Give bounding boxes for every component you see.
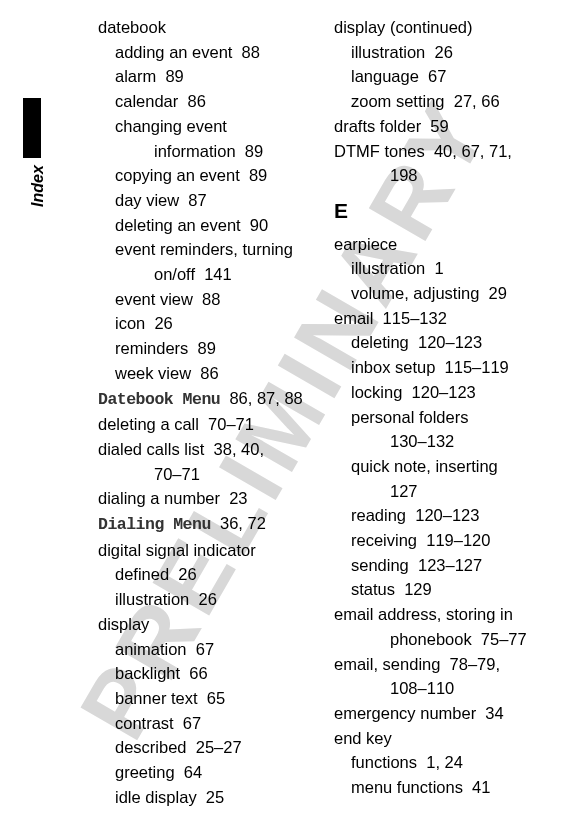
entry-earpiece: earpiece [334,232,550,257]
entry-datebook-reminders: reminders 89 [115,336,314,361]
entry-display: display [98,612,314,637]
entry-display-described: described 25–27 [115,735,314,760]
side-label-index: Index [29,165,47,207]
entry-datebook-copy: copying an event 89 [115,163,314,188]
entry-dtmf2: 198 [390,163,550,188]
entry-digital-signal: digital signal indicator [98,538,314,563]
entry-display-greeting: greeting 64 [115,760,314,785]
entry-earpiece-volume: volume, adjusting 29 [351,281,550,306]
entry-email-addr2: phonebook 75–77 [390,627,550,652]
entry-email-inbox: inbox setup 115–119 [351,355,550,380]
entry-dtmf1: DTMF tones 40, 67, 71, [334,139,550,164]
entry-display-animation: animation 67 [115,637,314,662]
entry-email-reading: reading 120–123 [351,503,550,528]
entry-digital-defined: defined 26 [115,562,314,587]
entry-datebook-changing2: information 89 [154,139,314,164]
entry-email-send2: 108–110 [390,676,550,701]
entry-dialing-number: dialing a number 23 [98,486,314,511]
index-columns: datebook adding an event 88 alarm 89 cal… [98,15,550,810]
entry-datebook-rem-on2: on/off 141 [154,262,314,287]
column-left: datebook adding an event 88 alarm 89 cal… [98,15,314,810]
entry-drafts-folder: drafts folder 59 [334,114,550,139]
entry-display-illustration: illustration 26 [351,40,550,65]
entry-datebook-delete: deleting an event 90 [115,213,314,238]
entry-email-quick2: 127 [390,479,550,504]
section-letter-e: E [334,199,550,224]
entry-datebook-rem-on1: event reminders, turning [115,237,314,262]
entry-display-language: language 67 [351,64,550,89]
entry-email: email 115–132 [334,306,550,331]
entry-datebook-icon: icon 26 [115,311,314,336]
entry-end-functions: functions 1, 24 [351,750,550,775]
entry-display-backlight: backlight 66 [115,661,314,686]
entry-email-locking: locking 120–123 [351,380,550,405]
entry-end-key: end key [334,726,550,751]
tab-marker [23,98,41,158]
entry-email-deleting: deleting 120–123 [351,330,550,355]
entry-dialed-calls2: 70–71 [154,462,314,487]
entry-datebook-menu: Datebook Menu 86, 87, 88 [98,386,314,413]
entry-email-status: status 129 [351,577,550,602]
entry-datebook-alarm: alarm 89 [115,64,314,89]
entry-email-sending: sending 123–127 [351,553,550,578]
mono-dialing-menu: Dialing Menu [98,515,211,534]
entry-datebook-eventview: event view 88 [115,287,314,312]
entry-deleting-call: deleting a call 70–71 [98,412,314,437]
entry-datebook-day: day view 87 [115,188,314,213]
column-right: display (continued) illustration 26 lang… [334,15,550,810]
pages-dialing-menu: 36, 72 [211,514,266,532]
entry-email-personal1: personal folders [351,405,550,430]
entry-emergency: emergency number 34 [334,701,550,726]
entry-datebook-add: adding an event 88 [115,40,314,65]
entry-email-personal2: 130–132 [390,429,550,454]
pages-datebook-menu: 86, 87, 88 [220,389,303,407]
entry-datebook-changing1: changing event [115,114,314,139]
entry-display-cont: display (continued) [334,15,550,40]
entry-display-banner: banner text 65 [115,686,314,711]
entry-datebook-week: week view 86 [115,361,314,386]
mono-datebook-menu: Datebook Menu [98,390,220,409]
entry-dialing-menu: Dialing Menu 36, 72 [98,511,314,538]
entry-display-contrast: contrast 67 [115,711,314,736]
entry-display-idle: idle display 25 [115,785,314,810]
entry-email-send1: email, sending 78–79, [334,652,550,677]
entry-email-addr1: email address, storing in [334,602,550,627]
entry-dialed-calls1: dialed calls list 38, 40, [98,437,314,462]
entry-earpiece-illustration: illustration 1 [351,256,550,281]
entry-email-quick1: quick note, inserting [351,454,550,479]
entry-digital-illustration: illustration 26 [115,587,314,612]
entry-end-menu: menu functions 41 [351,775,550,800]
entry-email-receiving: receiving 119–120 [351,528,550,553]
entry-display-zoom: zoom setting 27, 66 [351,89,550,114]
entry-datebook: datebook [98,15,314,40]
entry-datebook-calendar: calendar 86 [115,89,314,114]
